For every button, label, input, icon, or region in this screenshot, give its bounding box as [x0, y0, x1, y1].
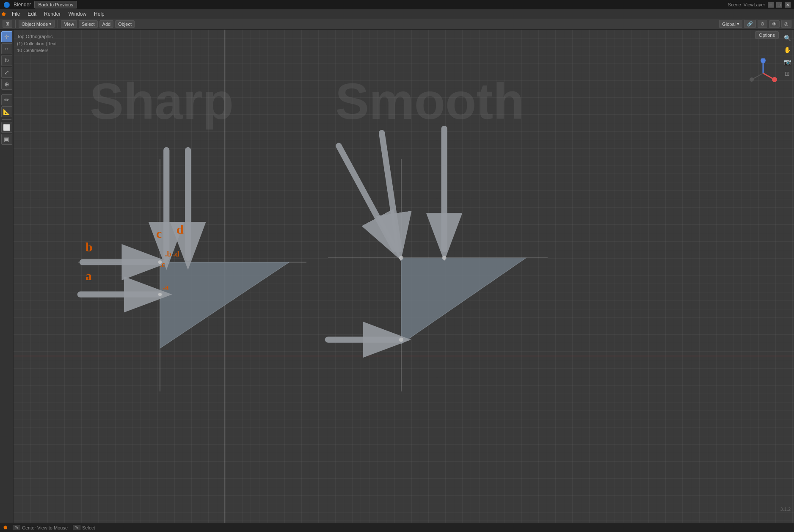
maximize-button[interactable]: □ — [776, 2, 782, 8]
back-to-previous-button[interactable]: Back to Previous — [34, 1, 77, 8]
camera-button[interactable]: 📷 — [782, 57, 792, 67]
label-c-corner: .c — [160, 260, 165, 269]
titlebar: 🔵 Blender Back to Previous Scene ViewLay… — [0, 0, 794, 9]
scene-label: Scene — [728, 2, 741, 7]
select-key: 🖱 — [73, 525, 80, 530]
object-menu[interactable]: Object — [115, 20, 135, 28]
tool-sep1 — [2, 92, 11, 92]
menu-help[interactable]: Help — [91, 10, 108, 18]
toolbar-right: Global ▾ 🔗 ⊙ 👁 ◎ — [719, 20, 791, 28]
svg-marker-13 — [401, 258, 526, 344]
viewport-canvas — [14, 30, 794, 523]
scale-info: 10 Centimeters — [17, 47, 57, 54]
label-a-corner: .a — [163, 283, 169, 292]
label-bd-corner: .b .d — [165, 250, 179, 259]
gizmo-svg: Z X — [748, 58, 778, 88]
blender-status-icon: ⬟ — [3, 525, 8, 530]
svg-point-19 — [442, 256, 447, 260]
object-mode-button[interactable]: Object Mode ▾ — [19, 20, 55, 28]
menubar: ⬟ File Edit Render Window Help — [0, 9, 794, 19]
main-layout: ✛ ↔ ↻ ⤢ ⊕ ✏ 📐 ⬜ ▣ — [0, 30, 794, 523]
menu-render[interactable]: Render — [41, 10, 64, 18]
blender-icon-small: ⬟ — [2, 11, 6, 17]
separator — [15, 20, 16, 28]
statusbar-left: ⬟ — [3, 525, 8, 530]
transform-space-button[interactable]: Global ▾ — [719, 20, 742, 28]
separator2 — [58, 20, 58, 28]
center-view-label: Center View to Mouse — [22, 525, 68, 530]
search-button[interactable]: 🔍 — [782, 33, 792, 43]
view-layer-label: ViewLayer — [744, 2, 765, 7]
tool-sep2 — [2, 119, 11, 120]
label-b-left: b — [85, 240, 93, 254]
scale-tool[interactable]: ⤢ — [1, 67, 12, 78]
measure-tool[interactable]: 📐 — [1, 106, 12, 117]
menu-file[interactable]: File — [8, 10, 23, 18]
window-controls: Scene ViewLayer ─ □ ✕ — [728, 2, 791, 8]
annotate-tool[interactable]: ✏ — [1, 94, 12, 105]
blender-logo: 🔵 — [3, 2, 10, 8]
svg-text:Z: Z — [762, 58, 764, 61]
select-menu[interactable]: Select — [79, 20, 98, 28]
transform-dropdown-icon: ▾ — [737, 21, 739, 27]
svg-point-20 — [399, 337, 403, 342]
svg-point-10 — [158, 293, 162, 296]
transform-tool[interactable]: ⊕ — [1, 79, 12, 90]
dropdown-icon: ▾ — [49, 21, 52, 27]
statusbar: ⬟ 🖱 Center View to Mouse 🖱 Select — [0, 523, 794, 532]
viewport[interactable]: Top Orthographic (1) Collection | Text 1… — [14, 30, 794, 523]
overlay-button[interactable]: ◎ — [781, 20, 791, 28]
svg-point-18 — [399, 256, 403, 260]
view-menu[interactable]: View — [61, 20, 77, 28]
proportional-edit-button[interactable]: ⊙ — [758, 20, 767, 28]
viewport-info: Top Orthographic (1) Collection | Text 1… — [17, 33, 57, 54]
extra-tool[interactable]: ▣ — [1, 134, 12, 145]
add-cube-tool[interactable]: ⬜ — [1, 122, 12, 133]
view-type: Top Orthographic — [17, 33, 57, 40]
grid-button[interactable]: ⊞ — [782, 69, 792, 79]
label-a-left: a — [85, 269, 92, 283]
options-button[interactable]: Options — [755, 31, 779, 39]
mode-label: Object Mode — [22, 22, 48, 27]
statusbar-center: 🖱 Center View to Mouse — [13, 525, 68, 530]
statusbar-right: 🖱 Select — [73, 525, 95, 530]
label-c-top: c — [156, 226, 162, 241]
left-toolbar: ✛ ↔ ↻ ⤢ ⊕ ✏ 📐 ⬜ ▣ — [0, 30, 14, 523]
global-label: Global — [722, 22, 736, 27]
vis-button1[interactable]: 👁 — [769, 20, 780, 28]
close-button[interactable]: ✕ — [785, 2, 791, 8]
svg-text:X: X — [774, 78, 776, 82]
minimize-button[interactable]: ─ — [768, 2, 774, 8]
rotate-tool[interactable]: ↻ — [1, 55, 12, 66]
svg-point-26 — [750, 77, 754, 82]
header-toolbar: ⊞ Object Mode ▾ View Select Add Object G… — [0, 19, 794, 30]
move-tool[interactable]: ↔ — [1, 43, 12, 54]
select-label: Select — [82, 525, 95, 530]
menu-edit[interactable]: Edit — [24, 10, 40, 18]
collection-info: (1) Collection | Text — [17, 40, 57, 47]
hand-tool-button[interactable]: ✋ — [782, 45, 792, 55]
version-text: 3.1.2 — [780, 507, 791, 512]
titlebar-left: 🔵 Blender Back to Previous — [3, 1, 77, 8]
gizmo-overlay: Z X — [748, 58, 778, 88]
snap-button[interactable]: 🔗 — [744, 20, 756, 28]
viewport-icon: ⊞ — [6, 21, 9, 27]
mouse-key: 🖱 — [13, 525, 20, 530]
add-menu[interactable]: Add — [99, 20, 114, 28]
right-icons: 🔍 ✋ 📷 ⊞ — [782, 33, 792, 79]
cursor-tool[interactable]: ✛ — [1, 31, 12, 42]
editor-type-button[interactable]: ⊞ — [3, 20, 12, 28]
titlebar-title: Blender — [14, 2, 31, 8]
label-d-top: d — [176, 222, 184, 237]
menu-window[interactable]: Window — [65, 10, 90, 18]
